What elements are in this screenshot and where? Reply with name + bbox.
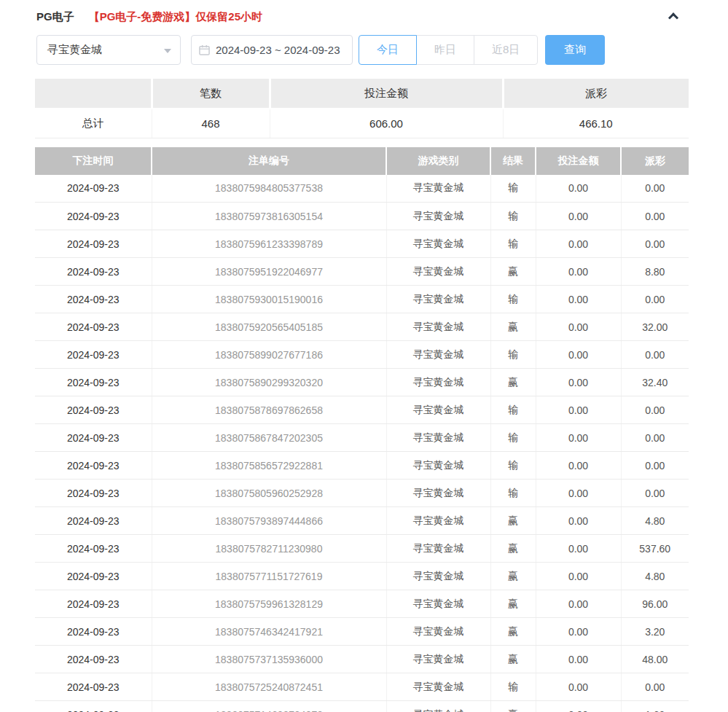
quick-range-button-2[interactable]: 近8日 — [474, 35, 538, 65]
cell-payout: 537.60 — [621, 535, 689, 563]
cell-payout: 32.40 — [621, 369, 689, 396]
table-row: 2024-09-231838075746342417921寻宝黄金城赢0.003… — [35, 618, 689, 646]
table-row: 2024-09-231838075920565405185寻宝黄金城赢0.003… — [35, 313, 689, 341]
collapse-button[interactable] — [665, 9, 681, 25]
chevron-up-icon — [668, 12, 678, 23]
cell-game-type: 寻宝黄金城 — [386, 341, 490, 369]
cell-bet-id: 1838075878697862658 — [152, 396, 386, 424]
table-row: 2024-09-231838075714698734073寻宝黄金城赢0.001… — [35, 701, 689, 712]
summary-header-cell: 投注金额 — [270, 79, 503, 109]
cell-bet-amount: 0.00 — [536, 230, 621, 258]
cell-bet-id: 1838075746342417921 — [152, 618, 386, 646]
cell-bet-time: 2024-09-23 — [35, 230, 152, 258]
cell-bet-amount: 0.00 — [536, 563, 621, 590]
table-row: 2024-09-231838075890299320320寻宝黄金城赢0.003… — [35, 369, 689, 396]
bet-table: 下注时间注单编号游戏类别结果投注金额派彩 2024-09-23183807598… — [35, 147, 689, 712]
quick-range-button-1[interactable]: 昨日 — [416, 35, 474, 65]
cell-bet-id: 1838075867847202305 — [152, 424, 386, 452]
cell-result: 输 — [490, 341, 536, 369]
cell-game-type: 寻宝黄金城 — [386, 175, 490, 203]
cell-game-type: 寻宝黄金城 — [386, 424, 490, 452]
cell-bet-amount: 0.00 — [536, 535, 621, 563]
table-row: 2024-09-231838075961233398789寻宝黄金城输0.000… — [35, 230, 689, 258]
search-button[interactable]: 查询 — [545, 35, 605, 65]
bet-table-header-cell: 注单编号 — [152, 147, 386, 175]
cell-bet-time: 2024-09-23 — [35, 396, 152, 424]
cell-game-type: 寻宝黄金城 — [386, 203, 490, 230]
cell-bet-id: 1838075771151727619 — [152, 563, 386, 590]
cell-payout: 4.80 — [621, 563, 689, 590]
table-row: 2024-09-231838075899027677186寻宝黄金城输0.000… — [35, 341, 689, 369]
cell-game-type: 寻宝黄金城 — [386, 535, 490, 563]
cell-payout: 0.00 — [621, 424, 689, 452]
table-row: 2024-09-231838075973816305154寻宝黄金城输0.000… — [35, 203, 689, 230]
bet-table-header-row: 下注时间注单编号游戏类别结果投注金额派彩 — [35, 147, 689, 175]
table-row: 2024-09-231838075793897444866寻宝黄金城赢0.004… — [35, 507, 689, 535]
cell-payout: 3.20 — [621, 618, 689, 646]
bet-table-body: 2024-09-231838075984805377538寻宝黄金城输0.000… — [35, 175, 689, 712]
cell-game-type: 寻宝黄金城 — [386, 646, 490, 673]
cell-bet-time: 2024-09-23 — [35, 424, 152, 452]
cell-payout: 0.00 — [621, 175, 689, 203]
cell-bet-time: 2024-09-23 — [35, 341, 152, 369]
cell-bet-id: 1838075899027677186 — [152, 341, 386, 369]
chevron-down-icon — [164, 49, 171, 53]
cell-bet-amount: 0.00 — [536, 701, 621, 712]
cell-bet-amount: 0.00 — [536, 258, 621, 286]
cell-bet-amount: 0.00 — [536, 369, 621, 396]
cell-bet-time: 2024-09-23 — [35, 203, 152, 230]
cell-bet-time: 2024-09-23 — [35, 701, 152, 712]
cell-result: 赢 — [490, 590, 536, 618]
game-select[interactable]: 寻宝黄金城 — [36, 35, 181, 65]
cell-bet-time: 2024-09-23 — [35, 313, 152, 341]
summary-value-cell: 468 — [152, 109, 270, 138]
cell-bet-amount: 0.00 — [536, 424, 621, 452]
table-row: 2024-09-231838075867847202305寻宝黄金城输0.000… — [35, 424, 689, 452]
cell-result: 赢 — [490, 369, 536, 396]
cell-bet-amount: 0.00 — [536, 286, 621, 313]
table-row: 2024-09-231838075725240872451寻宝黄金城输0.000… — [35, 673, 689, 701]
cell-payout: 0.00 — [621, 203, 689, 230]
cell-bet-time: 2024-09-23 — [35, 480, 152, 507]
cell-bet-time: 2024-09-23 — [35, 369, 152, 396]
cell-payout: 0.00 — [621, 673, 689, 701]
cell-payout: 32.00 — [621, 313, 689, 341]
cell-payout: 48.00 — [621, 646, 689, 673]
table-row: 2024-09-231838075951922046977寻宝黄金城赢0.008… — [35, 258, 689, 286]
cell-bet-time: 2024-09-23 — [35, 646, 152, 673]
date-range-value: 2024-09-23 ~ 2024-09-23 — [216, 44, 340, 56]
cell-bet-time: 2024-09-23 — [35, 535, 152, 563]
cell-bet-id: 1838075930015190016 — [152, 286, 386, 313]
cell-game-type: 寻宝黄金城 — [386, 286, 490, 313]
cell-game-type: 寻宝黄金城 — [386, 507, 490, 535]
cell-bet-amount: 0.00 — [536, 396, 621, 424]
cell-bet-id: 1838075793897444866 — [152, 507, 386, 535]
cell-result: 赢 — [490, 646, 536, 673]
cell-bet-amount: 0.00 — [536, 203, 621, 230]
cell-bet-time: 2024-09-23 — [35, 258, 152, 286]
date-range-input[interactable]: 2024-09-23 ~ 2024-09-23 — [191, 35, 353, 65]
cell-bet-id: 1838075961233398789 — [152, 230, 386, 258]
table-row: 2024-09-231838075984805377538寻宝黄金城输0.000… — [35, 175, 689, 203]
cell-game-type: 寻宝黄金城 — [386, 313, 490, 341]
table-row: 2024-09-231838075805960252928寻宝黄金城输0.000… — [35, 480, 689, 507]
panel-header: PG电子 【PG电子-免费游戏】仅保留25小时 — [0, 0, 728, 25]
cell-bet-id: 1838075782711230980 — [152, 535, 386, 563]
cell-result: 输 — [490, 175, 536, 203]
cell-result: 输 — [490, 203, 536, 230]
cell-game-type: 寻宝黄金城 — [386, 480, 490, 507]
cell-game-type: 寻宝黄金城 — [386, 673, 490, 701]
cell-bet-id: 1838075973816305154 — [152, 203, 386, 230]
bet-table-header-cell: 派彩 — [621, 147, 689, 175]
summary-row-label: 总计 — [35, 109, 152, 138]
cell-payout: 96.00 — [621, 590, 689, 618]
cell-bet-time: 2024-09-23 — [35, 507, 152, 535]
cell-bet-id: 1838075759961328129 — [152, 590, 386, 618]
cell-payout: 0.00 — [621, 341, 689, 369]
quick-range-button-0[interactable]: 今日 — [359, 35, 417, 65]
cell-bet-id: 1838075714698734073 — [152, 701, 386, 712]
summary-value-row: 总计468606.00466.10 — [35, 109, 689, 138]
cell-result: 赢 — [490, 563, 536, 590]
cell-result: 输 — [490, 286, 536, 313]
cell-result: 赢 — [490, 701, 536, 712]
